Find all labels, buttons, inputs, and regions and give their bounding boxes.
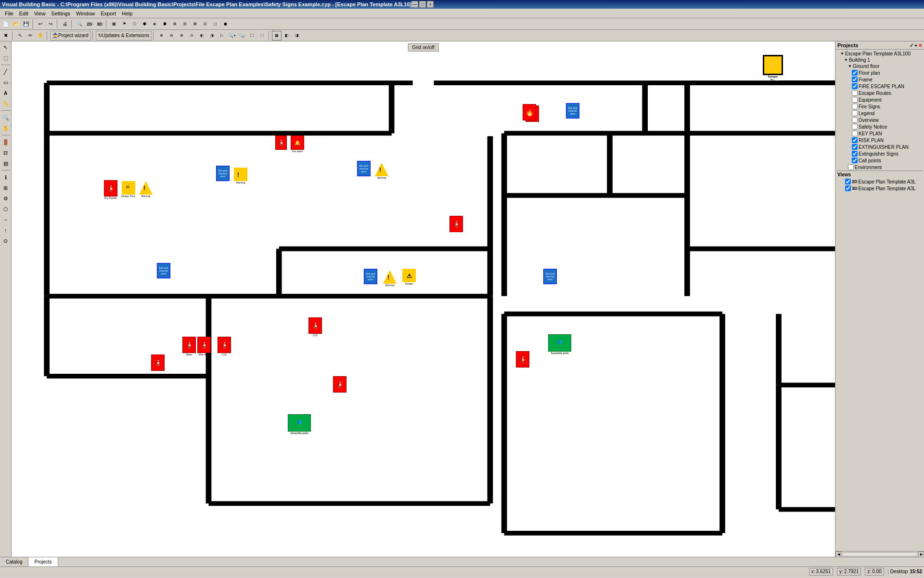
tree-view-3d[interactable]: 3D Escape Plan Template A3L bbox=[837, 185, 922, 192]
pan-button[interactable]: ✋ bbox=[36, 31, 45, 40]
tb-btn-b[interactable]: ⚑ bbox=[119, 19, 129, 29]
tree-floor-plan[interactable]: Floor plan bbox=[836, 69, 923, 76]
canvas-area[interactable]: Grid on/off bbox=[12, 41, 835, 557]
tree-cb-view-2d[interactable] bbox=[845, 179, 851, 184]
tree-escape-plan[interactable]: ▼ Escape Plan Template A3L100 bbox=[836, 51, 923, 57]
proj-del-icon[interactable]: ✕ bbox=[918, 43, 922, 48]
tb2-g[interactable]: ▷ bbox=[217, 31, 227, 40]
tree-equipment[interactable]: Equipment bbox=[836, 96, 923, 103]
route-tool[interactable]: → bbox=[1, 215, 11, 224]
pointer-tool[interactable]: ↖ bbox=[1, 42, 11, 52]
tree-safety-notice[interactable]: Safety Notice bbox=[836, 123, 923, 130]
extra-tool[interactable]: ⊙ bbox=[1, 236, 11, 246]
menu-view[interactable]: View bbox=[31, 10, 49, 17]
tb2-a[interactable]: ⊕ bbox=[156, 31, 166, 40]
tree-extinguisher-plan[interactable]: EXTINGUISHER PLAN bbox=[836, 144, 923, 150]
menu-edit[interactable]: Edit bbox=[16, 10, 31, 17]
tree-cb-environment[interactable] bbox=[848, 164, 854, 170]
line-tool[interactable]: ╱ bbox=[1, 67, 11, 77]
undo-button[interactable]: ↩ bbox=[36, 19, 45, 29]
tb2-b[interactable]: ⊖ bbox=[167, 31, 176, 40]
tb-btn-e[interactable]: ◈ bbox=[150, 19, 159, 29]
tree-cb-floor-plan[interactable] bbox=[852, 70, 858, 76]
tb-btn-h[interactable]: ⊟ bbox=[180, 19, 190, 29]
arrow-tool[interactable]: ↑ bbox=[1, 225, 11, 235]
tree-frame[interactable]: Frame bbox=[836, 76, 923, 83]
tb-btn-a[interactable]: ▦ bbox=[109, 19, 119, 29]
measure-tool[interactable]: 📏 bbox=[1, 99, 11, 108]
tree-cb-ext-signs[interactable] bbox=[852, 151, 858, 157]
new-button[interactable]: 📄 bbox=[1, 19, 11, 29]
3d-button[interactable]: 3D bbox=[95, 19, 104, 29]
object-tool[interactable]: ⬡ bbox=[1, 204, 11, 214]
menu-settings[interactable]: Settings bbox=[48, 10, 73, 17]
layers-tool[interactable]: ⊞ bbox=[1, 183, 11, 193]
pan-tool[interactable]: ✋ bbox=[1, 123, 11, 133]
tree-cb-escape-routes[interactable] bbox=[852, 90, 858, 96]
open-button[interactable]: 📂 bbox=[11, 19, 21, 29]
view-2d-btn[interactable]: ▦ bbox=[272, 31, 282, 40]
close-button[interactable]: × bbox=[427, 1, 434, 8]
view-side-btn[interactable]: ◨ bbox=[292, 31, 302, 40]
restore-button[interactable]: □ bbox=[419, 1, 426, 8]
tree-fire-escape-plan[interactable]: FIRE ESCAPE PLAN bbox=[836, 83, 923, 90]
zoom-tool[interactable]: 🔍 bbox=[1, 113, 11, 122]
select-button[interactable]: ↖ bbox=[15, 31, 25, 40]
tb2-e[interactable]: ◐ bbox=[197, 31, 206, 40]
tree-cb-fire-signs[interactable] bbox=[852, 104, 858, 109]
settings-tool[interactable]: ⚙ bbox=[1, 194, 11, 203]
tb2-c[interactable]: ⊗ bbox=[177, 31, 186, 40]
tree-cb-safety-notice[interactable] bbox=[852, 124, 858, 130]
tb2-d[interactable]: ⊙ bbox=[187, 31, 196, 40]
tb-btn-i[interactable]: ⊠ bbox=[190, 19, 200, 29]
tb-btn-d[interactable]: ⬢ bbox=[140, 19, 149, 29]
menu-export[interactable]: Export bbox=[98, 10, 119, 17]
tree-cb-equipment[interactable] bbox=[852, 97, 858, 103]
window-tool[interactable]: ⊟ bbox=[1, 148, 11, 158]
scroll-right-btn[interactable]: ▶ bbox=[918, 552, 924, 557]
text-tool[interactable]: A bbox=[1, 88, 11, 98]
view-3d-btn[interactable]: ◧ bbox=[282, 31, 292, 40]
tb-btn-g[interactable]: ⊞ bbox=[170, 19, 180, 29]
tb-btn-f[interactable]: ⬣ bbox=[160, 19, 169, 29]
tree-escape-routes[interactable]: Escape Routes bbox=[836, 90, 923, 96]
tb-btn-l[interactable]: ◼ bbox=[220, 19, 230, 29]
tree-cb-call-points[interactable] bbox=[852, 158, 858, 163]
tree-cb-risk-plan[interactable] bbox=[852, 137, 858, 143]
menu-window[interactable]: Window bbox=[73, 10, 98, 17]
2d-button[interactable]: 2D bbox=[85, 19, 94, 29]
proj-check-icon[interactable]: ✓ bbox=[910, 43, 913, 48]
select-tool[interactable]: ⬚ bbox=[1, 53, 11, 63]
draw-button[interactable]: ✏ bbox=[26, 31, 35, 40]
tree-cb-ext-plan[interactable] bbox=[852, 144, 858, 150]
tb-btn-c[interactable]: ⬡ bbox=[129, 19, 139, 29]
tree-call-points[interactable]: Call points bbox=[836, 157, 923, 164]
redo-button[interactable]: ↪ bbox=[46, 19, 55, 29]
tree-ground-floor[interactable]: ▼ Ground floor bbox=[836, 63, 923, 69]
tree-view-2d[interactable]: 2D Escape Plan Template A3L bbox=[837, 178, 922, 185]
updates-button[interactable]: ↻ Updates & Extensions bbox=[96, 31, 152, 40]
tree-risk-plan[interactable]: RISK PLAN bbox=[836, 137, 923, 144]
tree-building1[interactable]: ▼ Building 1 bbox=[836, 57, 923, 63]
wall-tool[interactable]: ▭ bbox=[1, 78, 11, 87]
zoom-in-btn[interactable]: 🔍+ bbox=[227, 31, 237, 40]
grid-toggle-button[interactable]: Grid on/off bbox=[408, 43, 439, 52]
menu-file[interactable]: File bbox=[2, 10, 16, 17]
zoom-sel-btn[interactable]: ⬚ bbox=[257, 31, 267, 40]
tree-cb-fire-escape[interactable] bbox=[852, 83, 858, 89]
door-tool[interactable]: 🚪 bbox=[1, 137, 11, 147]
scrollbar-track[interactable] bbox=[842, 552, 917, 556]
save-button[interactable]: 💾 bbox=[21, 19, 31, 29]
tree-fire-signs[interactable]: Fire Signs bbox=[836, 103, 923, 110]
tree-legend[interactable]: Legend bbox=[836, 110, 923, 117]
tb-btn-k[interactable]: ◻ bbox=[210, 19, 220, 29]
zoom-fit-btn[interactable]: ⛶ bbox=[247, 31, 257, 40]
tree-ext-signs[interactable]: Extinguisher Signs bbox=[836, 150, 923, 157]
tree-cb-view-3d[interactable] bbox=[845, 185, 851, 191]
proj-add-icon[interactable]: + bbox=[914, 43, 917, 48]
tree-overview[interactable]: Overview bbox=[836, 117, 923, 123]
cursor-mode-button[interactable]: ✖ bbox=[1, 31, 11, 40]
tb-btn-j[interactable]: ⊡ bbox=[200, 19, 210, 29]
print-button[interactable]: 🖨 bbox=[60, 19, 70, 29]
tree-cb-legend[interactable] bbox=[852, 110, 858, 116]
